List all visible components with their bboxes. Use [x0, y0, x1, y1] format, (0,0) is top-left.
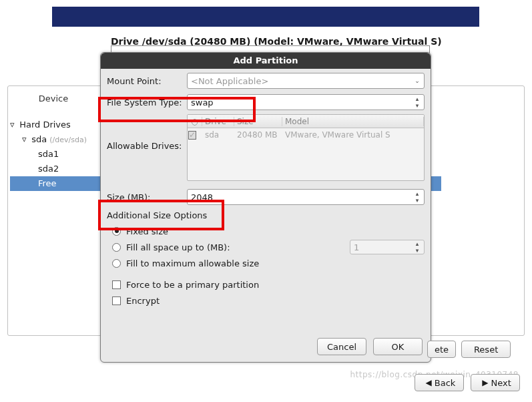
allowable-drives-label: Allowable Drives:: [107, 114, 187, 151]
fill-up-to-input: 1 ▴▾: [350, 240, 425, 254]
spinner-icon: ▴▾: [412, 242, 423, 252]
caret-down-icon: ▿: [10, 118, 17, 132]
allowable-drives-table[interactable]: ○ Drive Size Model ✓ sda 20480 MB VMware…: [187, 114, 425, 181]
drive-row-size: 20480 MB: [234, 130, 282, 140]
additional-size-options-label: Additional Size Options: [107, 210, 425, 220]
dialog-title: Add Partition: [101, 53, 431, 69]
checkbox-primary-partition[interactable]: Force to be a primary partition: [107, 276, 425, 292]
tree-partition-1[interactable]: sda1: [10, 147, 100, 162]
device-tree: ▿ Hard Drives ▿ sda (/dev/sda) sda1 sda2…: [10, 118, 100, 191]
size-value: 2048: [191, 192, 213, 202]
column-device: Device: [13, 93, 93, 104]
drive-row-model: VMware, VMware Virtual S: [282, 130, 424, 140]
back-label: Back: [435, 378, 456, 388]
fstype-value: swap: [191, 97, 214, 108]
delete-button-partial[interactable]: ete: [427, 341, 456, 358]
fstype-label: File System Type:: [107, 97, 187, 108]
mount-point-placeholder: <Not Applicable>: [191, 76, 268, 86]
spinner-icon[interactable]: ▴▾: [412, 191, 423, 203]
updown-icon: ▴▾: [412, 96, 423, 108]
drives-col-check: ○: [188, 117, 202, 126]
arrow-right-icon: ▶: [482, 378, 488, 387]
radio-fillmax-label: Fill to maximum allowable size: [126, 258, 259, 268]
radio-icon: [112, 259, 121, 268]
size-input[interactable]: 2048 ▴▾: [187, 189, 425, 205]
chevron-down-icon: ⌄: [412, 75, 423, 87]
size-label: Size (MB):: [107, 192, 187, 202]
drives-table-header: ○ Drive Size Model: [188, 115, 424, 128]
caret-down-icon: ▿: [22, 132, 29, 147]
top-banner: [52, 7, 479, 27]
drive-row-drive: sda: [202, 130, 234, 140]
next-button[interactable]: ▶ Next: [471, 374, 520, 391]
fstype-combo[interactable]: swap ▴▾: [187, 94, 425, 110]
checkbox-icon: [112, 280, 121, 289]
tree-disk-path: (/dev/sda): [49, 136, 87, 144]
drives-col-drive: Drive: [202, 117, 234, 126]
next-label: Next: [491, 378, 511, 388]
radio-fillupto-label: Fill all space up to (MB):: [126, 242, 350, 252]
radio-fixed-size[interactable]: Fixed size: [107, 223, 425, 239]
cancel-button[interactable]: Cancel: [317, 338, 366, 355]
tree-partition-2[interactable]: sda2: [10, 162, 100, 176]
mount-point-combo[interactable]: <Not Applicable> ⌄: [187, 73, 425, 89]
tree-disk-label: sda: [31, 134, 47, 144]
checkbox-encrypt-label: Encrypt: [126, 296, 160, 306]
ok-button[interactable]: OK: [373, 338, 423, 355]
tree-root[interactable]: ▿ Hard Drives: [10, 118, 100, 132]
drive-row-checkbox[interactable]: ✓: [188, 131, 196, 140]
fill-up-to-value: 1: [354, 242, 359, 252]
reset-button[interactable]: Reset: [461, 341, 511, 358]
drives-col-model: Model: [282, 117, 424, 126]
checkbox-icon: [112, 296, 121, 305]
drives-col-size: Size: [234, 117, 282, 126]
checkbox-encrypt[interactable]: Encrypt: [107, 292, 425, 309]
tree-root-label: Hard Drives: [19, 120, 71, 130]
radio-fixed-label: Fixed size: [126, 226, 168, 236]
arrow-left-icon: ◀: [426, 378, 432, 387]
tree-disk[interactable]: ▿ sda (/dev/sda): [10, 132, 100, 147]
radio-icon: [112, 227, 121, 236]
radio-icon: [112, 243, 121, 252]
back-button[interactable]: ◀ Back: [415, 374, 464, 391]
drives-row[interactable]: ✓ sda 20480 MB VMware, VMware Virtual S: [188, 128, 424, 142]
add-partition-dialog: Add Partition Mount Point: <Not Applicab…: [100, 52, 431, 363]
radio-fill-up-to[interactable]: Fill all space up to (MB): 1 ▴▾: [107, 239, 425, 255]
mount-point-label: Mount Point:: [107, 76, 187, 86]
checkbox-primary-label: Force to be a primary partition: [126, 280, 259, 290]
radio-fill-max[interactable]: Fill to maximum allowable size: [107, 255, 425, 271]
